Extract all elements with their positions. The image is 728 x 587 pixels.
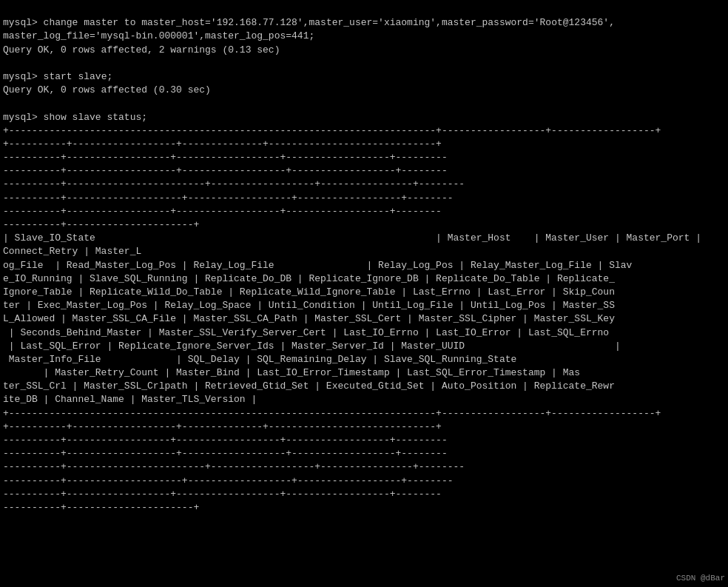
- watermark: CSDN @dBar: [676, 573, 725, 584]
- terminal-window: mysql> change master to master_host='192…: [0, 0, 728, 587]
- terminal-content: mysql> change master to master_host='192…: [3, 17, 707, 513]
